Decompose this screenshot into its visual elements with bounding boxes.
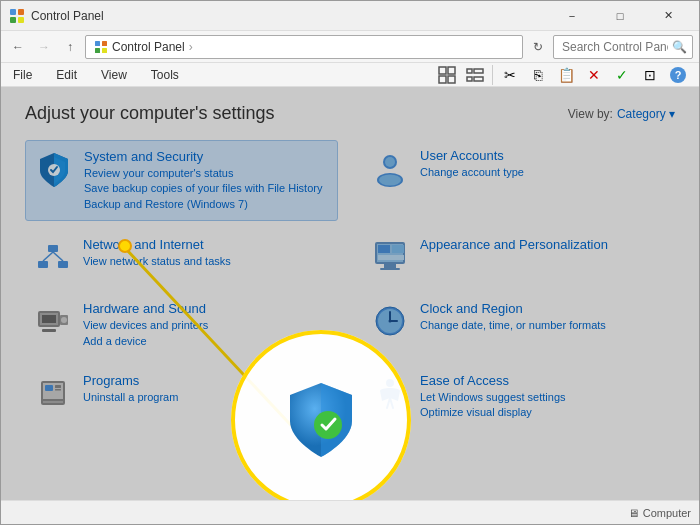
menu-bar: File Edit View Tools [1,63,699,87]
svg-rect-5 [102,41,107,46]
window-title: Control Panel [31,9,549,23]
close-button[interactable]: ✕ [645,1,691,31]
menu-file[interactable]: File [9,66,36,84]
svg-rect-15 [474,77,483,81]
svg-rect-48 [43,401,63,403]
search-container: 🔍 [553,35,693,59]
svg-rect-33 [384,264,396,268]
view-by-category[interactable]: Category ▾ [617,107,675,121]
windows-suggest-link[interactable]: Let Windows suggest settings [420,390,667,405]
appearance-text: Appearance and Personalization [420,237,667,254]
svg-rect-1 [18,9,24,15]
svg-rect-11 [448,76,455,83]
svg-rect-23 [48,245,58,252]
network-sub: View network status and tasks [83,254,330,269]
svg-rect-24 [38,261,48,268]
svg-text:?: ? [675,69,682,81]
user-accounts-name[interactable]: User Accounts [420,148,667,163]
back-button[interactable]: ← [7,36,29,58]
svg-rect-51 [55,389,61,391]
review-status-link[interactable]: Review your computer's status [84,166,329,181]
toolbar-properties[interactable]: ✓ [609,62,635,88]
title-bar: Control Panel − □ ✕ [1,1,699,31]
search-icon: 🔍 [672,40,687,54]
svg-point-39 [61,317,67,323]
spotlight-circle [231,330,411,500]
toolbar-delete[interactable]: ✕ [581,62,607,88]
view-devices-link[interactable]: View devices and printers [83,318,330,333]
system-security-name[interactable]: System and Security [84,149,329,164]
category-appearance[interactable]: Appearance and Personalization [362,229,675,285]
window-icon [9,8,25,24]
change-account-type-link[interactable]: Change account type [420,165,667,180]
svg-rect-34 [380,268,400,270]
optimize-display-link[interactable]: Optimize visual display [420,405,667,420]
svg-rect-40 [42,329,56,332]
cursor-dot [118,239,132,253]
clock-sub: Change date, time, or number formats [420,318,667,333]
category-user-accounts[interactable]: User Accounts Change account type [362,140,675,221]
menu-view[interactable]: View [97,66,131,84]
toolbar-help[interactable]: ? [665,62,691,88]
computer-icon: 🖥 [628,507,639,519]
svg-rect-2 [10,17,16,23]
category-system-security[interactable]: System and Security Review your computer… [25,140,338,221]
menu-edit[interactable]: Edit [52,66,81,84]
minimize-button[interactable]: − [549,1,595,31]
clock-name[interactable]: Clock and Region [420,301,667,316]
view-by-label: View by: [568,107,613,121]
status-text: Computer [643,507,691,519]
clock-icon [370,301,410,341]
svg-rect-6 [95,48,100,53]
main-content: Adjust your computer's settings View by:… [1,87,699,500]
svg-rect-9 [448,67,455,74]
control-panel-window: Control Panel − □ ✕ ← → ↑ Control Panel … [0,0,700,525]
toolbar-view-list[interactable] [462,62,488,88]
svg-rect-49 [45,385,53,391]
refresh-button[interactable]: ↻ [527,36,549,58]
svg-rect-31 [392,245,404,253]
toolbar-open[interactable]: ⊡ [637,62,663,88]
toolbar-copy[interactable]: ⎘ [525,62,551,88]
category-network[interactable]: Network and Internet View network status… [25,229,338,285]
user-accounts-text: User Accounts Change account type [420,148,667,180]
network-status-link[interactable]: View network status and tasks [83,254,330,269]
hardware-name[interactable]: Hardware and Sound [83,301,330,316]
svg-line-26 [43,252,53,261]
ease-name[interactable]: Ease of Access [420,373,667,388]
view-by-control: View by: Category ▾ [568,107,675,121]
breadcrumb-text: Control Panel [112,40,185,54]
ease-sub: Let Windows suggest settings Optimize vi… [420,390,667,421]
menu-tools[interactable]: Tools [147,66,183,84]
ease-text: Ease of Access Let Windows suggest setti… [420,373,667,421]
toolbar-paste[interactable]: 📋 [553,62,579,88]
page-title: Adjust your computer's settings [25,103,275,124]
svg-rect-32 [378,255,404,260]
maximize-button[interactable]: □ [597,1,643,31]
svg-rect-12 [467,69,472,73]
svg-rect-37 [42,315,56,323]
toolbar-cut[interactable]: ✂ [497,62,523,88]
svg-rect-10 [439,76,446,83]
svg-rect-7 [102,48,107,53]
status-bar: 🖥 Computer [1,500,699,524]
backup-link[interactable]: Save backup copies of your files with Fi… [84,181,329,196]
breadcrumb[interactable]: Control Panel › [85,35,523,59]
svg-point-21 [385,157,395,167]
hardware-icon [33,301,73,341]
change-date-link[interactable]: Change date, time, or number formats [420,318,667,333]
svg-rect-4 [95,41,100,46]
system-security-sub: Review your computer's status Save backu… [84,166,329,212]
spotlight-shield-icon [276,375,366,465]
toolbar-view-large[interactable] [434,62,460,88]
backup-restore-link[interactable]: Backup and Restore (Windows 7) [84,197,329,212]
svg-rect-25 [58,261,68,268]
svg-rect-8 [439,67,446,74]
forward-button[interactable]: → [33,36,55,58]
breadcrumb-separator: › [189,40,193,54]
network-icon [33,237,73,277]
svg-point-22 [379,175,401,186]
category-clock[interactable]: Clock and Region Change date, time, or n… [362,293,675,357]
appearance-name[interactable]: Appearance and Personalization [420,237,667,252]
up-button[interactable]: ↑ [59,36,81,58]
